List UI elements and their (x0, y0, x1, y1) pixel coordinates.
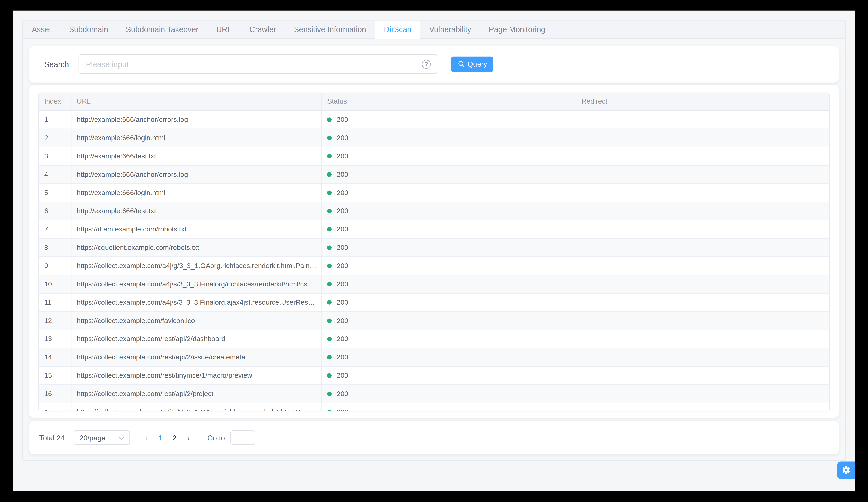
status-value: 200 (337, 390, 348, 398)
status-value: 200 (337, 299, 348, 306)
tab-sensitive-information[interactable]: Sensitive Information (285, 21, 375, 39)
url-value: http://example:666/anchor/errors.log (77, 171, 188, 178)
status-dot-icon (327, 355, 332, 359)
index-value: 4 (44, 171, 48, 178)
table-row: 6http://example:666/test.txt200 (39, 202, 829, 221)
cell-index: 5 (39, 184, 71, 202)
tabs-card: AssetSubdomainSubdomain TakeoverURLCrawl… (22, 20, 846, 461)
cell-status: 200 (322, 221, 576, 238)
status-dot-icon (327, 191, 332, 195)
tab-asset[interactable]: Asset (23, 21, 60, 39)
cell-url: http://example:666/login.html (71, 129, 322, 147)
status-dot-icon (327, 373, 332, 378)
index-value: 3 (44, 152, 48, 160)
page-size-select[interactable]: 20/page (73, 430, 130, 445)
status-dot-icon (327, 227, 332, 232)
url-value: https://collect.example.com/a4j/g/3_3_1.… (77, 262, 317, 270)
status-dot-icon (327, 391, 332, 396)
app-page: AssetSubdomainSubdomain TakeoverURLCrawl… (13, 11, 855, 491)
gear-icon (841, 465, 851, 475)
cell-url: https://collect.example.com/a4j/s/3_3_3.… (71, 294, 322, 311)
table-row: 11https://collect.example.com/a4j/s/3_3_… (39, 294, 829, 312)
tab-url[interactable]: URL (207, 21, 240, 39)
status-dot-icon (327, 337, 332, 341)
table-row: 9https://collect.example.com/a4j/g/3_3_1… (39, 257, 829, 275)
status-value: 200 (337, 262, 348, 270)
url-value: https://d.em.example.com/robots.txt (77, 225, 186, 233)
status-dot-icon (327, 172, 332, 177)
cell-redirect (576, 129, 829, 147)
query-button[interactable]: Query (451, 57, 493, 72)
page-number-1[interactable]: 1 (154, 433, 167, 442)
cell-status: 200 (322, 147, 576, 165)
cell-redirect (576, 294, 829, 311)
cell-index: 4 (39, 166, 71, 183)
status-dot-icon (327, 300, 332, 305)
goto-label: Go to (207, 433, 225, 442)
status-dot-icon (327, 245, 332, 250)
cell-index: 8 (39, 239, 71, 256)
status-value: 200 (337, 335, 348, 343)
url-value: http://example:666/test.txt (77, 152, 156, 160)
cell-status: 200 (322, 312, 576, 329)
status-dot-icon (327, 136, 332, 140)
url-value: https://cquotient.example.com/robots.txt (77, 244, 199, 252)
cell-status: 200 (322, 129, 576, 147)
cell-status: 200 (322, 239, 576, 256)
status-value: 200 (337, 152, 348, 160)
index-value: 12 (44, 317, 52, 325)
cell-redirect (576, 403, 829, 411)
pagination-bar: Total 24 20/page ‹ 12 › Go to (30, 421, 839, 454)
next-page-button[interactable]: › (181, 434, 195, 441)
cell-status: 200 (322, 403, 576, 411)
status-dot-icon (327, 154, 332, 158)
query-button-label: Query (467, 60, 487, 68)
cell-redirect (576, 312, 829, 329)
cell-redirect (576, 257, 829, 275)
settings-button[interactable] (837, 461, 855, 479)
status-dot-icon (327, 209, 332, 213)
page-number-2[interactable]: 2 (167, 433, 181, 442)
index-value: 16 (44, 390, 52, 398)
tab-vulnerability[interactable]: Vulnerability (420, 21, 480, 39)
column-header-url: URL (71, 93, 322, 110)
screenshot-stage: AssetSubdomainSubdomain TakeoverURLCrawl… (0, 0, 868, 502)
tab-bar: AssetSubdomainSubdomain TakeoverURLCrawl… (23, 21, 845, 39)
url-value: https://collect.example.com/favicon.ico (77, 317, 195, 325)
index-value: 5 (44, 189, 48, 197)
cell-redirect (576, 275, 829, 293)
index-value: 7 (44, 225, 48, 233)
status-value: 200 (337, 171, 348, 178)
status-value: 200 (337, 372, 348, 379)
prev-page-button[interactable]: ‹ (140, 434, 154, 441)
tab-crawler[interactable]: Crawler (240, 21, 285, 39)
cell-index: 17 (39, 403, 71, 411)
status-value: 200 (337, 317, 348, 325)
tab-subdomain-takeover[interactable]: Subdomain Takeover (117, 21, 207, 39)
column-header-label: Status (327, 98, 347, 105)
column-header-status: Status (322, 93, 576, 110)
status-value: 200 (337, 408, 348, 411)
table-row: 5http://example:666/login.html200 (39, 184, 829, 202)
tab-page-monitoring[interactable]: Page Monitoring (480, 21, 554, 39)
page-size-value: 20/page (80, 433, 105, 442)
cell-url: https://collect.example.com/a4j/g/3_3_1.… (71, 257, 322, 275)
goto-page-input[interactable] (230, 430, 256, 445)
search-input[interactable] (79, 60, 437, 69)
url-value: https://collect.example.com/rest/api/2/i… (77, 353, 245, 361)
table-row: 17https://collect.example.com/a4j/g/3_3_… (39, 403, 829, 411)
cell-redirect (576, 221, 829, 238)
index-value: 8 (44, 244, 48, 252)
cell-redirect (576, 166, 829, 183)
table-row: 7https://d.em.example.com/robots.txt200 (39, 221, 829, 239)
cell-redirect (576, 147, 829, 165)
cell-status: 200 (322, 257, 576, 275)
tab-subdomain[interactable]: Subdomain (60, 21, 117, 39)
cell-url: https://collect.example.com/rest/api/2/i… (71, 348, 322, 366)
page-number-list: 12 (154, 433, 181, 442)
tab-dirscan[interactable]: DirScan (375, 21, 420, 40)
status-dot-icon (327, 410, 332, 411)
cell-redirect (576, 111, 829, 129)
cell-url: https://d.em.example.com/robots.txt (71, 221, 322, 238)
table-row: 10https://collect.example.com/a4j/s/3_3_… (39, 275, 829, 294)
